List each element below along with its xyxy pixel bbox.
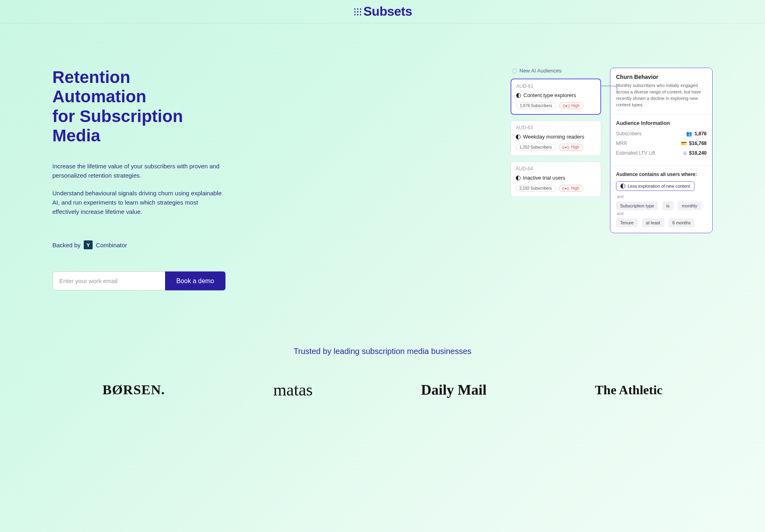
sparkle-icon [512,68,517,73]
rule-chip: 6 months [668,218,695,227]
rule-chip-label: Less exploration of new content [628,184,690,188]
risk-pill: ((●))High [559,144,583,151]
contrast-icon [516,135,521,139]
subscribers-pill: 1,252 Subscribers [516,144,556,151]
contrast-icon [516,176,521,180]
audience-title: Inactive trial users [523,175,565,181]
connector-line [600,86,617,92]
audiences-header-label: New AI Audiences [519,68,562,74]
contrast-icon [516,93,521,98]
audience-meta: 2,182 Subscribers ((●))High [516,185,596,192]
audience-title-row: Content type explorers [516,92,595,98]
rule-row: Subscription type is monthly [616,201,707,210]
risk-label: High [571,145,579,149]
risk-pill: ((●))High [559,102,583,109]
info-row: Estimated LTV Lift ◎$18,240 [616,150,707,156]
audience-id: AUD-63 [516,125,596,130]
contrast-icon [620,184,625,188]
rule-chip: at least [642,218,664,227]
audience-id: AUD-64 [516,166,596,172]
detail-description: Monthly subscribers who initially engage… [616,83,707,108]
subscribers-pill: 1,876 Subscribers [516,102,556,109]
hero-para-1: Increase the lifetime value of your subs… [52,161,225,180]
backed-by: Backed by Y Combinator [52,240,225,249]
rule-chip: Subscription type [616,201,658,210]
detail-title: Churn Behavior [616,74,707,80]
rule-chip: is [662,201,674,210]
info-row: MRR 💳$16,768 [616,141,707,146]
rules-header: Audience contains all users where: [616,172,707,177]
info-value-text: $16,768 [689,141,707,146]
audience-title: Content type explorers [523,92,576,98]
audience-meta: 1,876 Subscribers ((●))High [516,102,595,109]
logos-row: BØRSEN. matas Daily Mail The Athletic [0,380,765,400]
risk-label: High [571,186,579,190]
product-preview: New AI Audiences AUD-61 Content type exp… [511,68,713,233]
subscribers-pill: 2,182 Subscribers [516,185,556,192]
audience-id: AUD-61 [516,83,595,89]
hero-section: Retention Automation for Subscription Me… [0,23,765,290]
and-label: and [617,211,707,216]
audience-title-row: Weekday morning readers [516,134,596,140]
and-label: and [617,195,707,199]
hero-para-2: Understand behavioural signals driving c… [52,188,225,217]
audience-card[interactable]: AUD-63 Weekday morning readers 1,252 Sub… [511,120,601,156]
info-row: Subscribers 👥1,876 [616,131,707,137]
signal-icon: ((●)) [562,145,569,149]
brand-name: Subsets [364,4,412,19]
hero-copy: Retention Automation for Subscription Me… [52,68,225,290]
info-label: Subscribers [616,131,641,137]
trusted-title: Trusted by leading subscription media bu… [0,347,765,356]
rule-chip-primary: Less exploration of new content [616,181,695,191]
backed-name: Combinator [96,242,127,248]
brand-logo-icon [353,7,362,16]
email-input[interactable] [52,271,165,290]
rule-chip: Tenure [616,218,638,227]
customer-logo: matas [273,380,313,400]
audiences-column: New AI Audiences AUD-61 Content type exp… [511,68,601,203]
people-icon: 👥 [686,131,692,137]
audience-card[interactable]: AUD-64 Inactive trial users 2,182 Subscr… [511,161,601,197]
hero-title: Retention Automation for Subscription Me… [52,68,225,145]
yc-badge-icon: Y [84,240,93,249]
customer-logo: Daily Mail [421,381,487,398]
audience-title: Weekday morning readers [523,134,584,140]
backed-prefix: Backed by [52,242,81,248]
detail-info-section: Audience Information Subscribers 👥1,876 … [610,114,712,166]
trusted-section: Trusted by leading subscription media bu… [0,290,765,412]
info-value: 👥1,876 [686,131,707,137]
customer-logo: The Athletic [595,383,663,397]
hero-title-line2: for Subscription Media [52,107,183,145]
signal-icon: ((●)) [563,104,570,108]
info-value: 💳$16,768 [681,141,707,146]
audience-title-row: Inactive trial users [516,175,596,181]
audience-meta: 1,252 Subscribers ((●))High [516,144,596,151]
info-value-text: $18,240 [689,150,707,156]
info-label: MRR [616,141,627,146]
info-header: Audience Information [616,120,707,126]
info-label: Estimated LTV Lift [616,150,655,156]
audience-card[interactable]: AUD-61 Content type explorers 1,876 Subs… [511,79,601,115]
hero-title-line1: Retention Automation [52,68,146,106]
brand-logo[interactable]: Subsets [353,4,412,19]
signal-icon: ((●)) [562,186,569,190]
target-icon: ◎ [683,150,687,156]
site-header: Subsets [0,0,765,23]
rule-row: Tenure at least 6 months [616,218,707,227]
risk-pill: ((●))High [559,185,583,192]
detail-panel: Churn Behavior Monthly subscribers who i… [610,68,713,233]
detail-rules-section: Audience contains all users where: Less … [610,166,712,233]
info-value: ◎$18,240 [683,150,707,156]
detail-behavior-section: Churn Behavior Monthly subscribers who i… [610,68,712,114]
info-value-text: 1,876 [695,131,707,137]
book-demo-button[interactable]: Book a demo [165,271,225,290]
hero-subtitle: Increase the lifetime value of your subs… [52,161,225,216]
rule-chip: monthly [678,201,701,210]
risk-label: High [571,104,580,108]
card-icon: 💳 [681,141,687,146]
cta-row: Book a demo [52,271,225,290]
audiences-header: New AI Audiences [511,68,601,74]
customer-logo: BØRSEN. [102,382,165,397]
